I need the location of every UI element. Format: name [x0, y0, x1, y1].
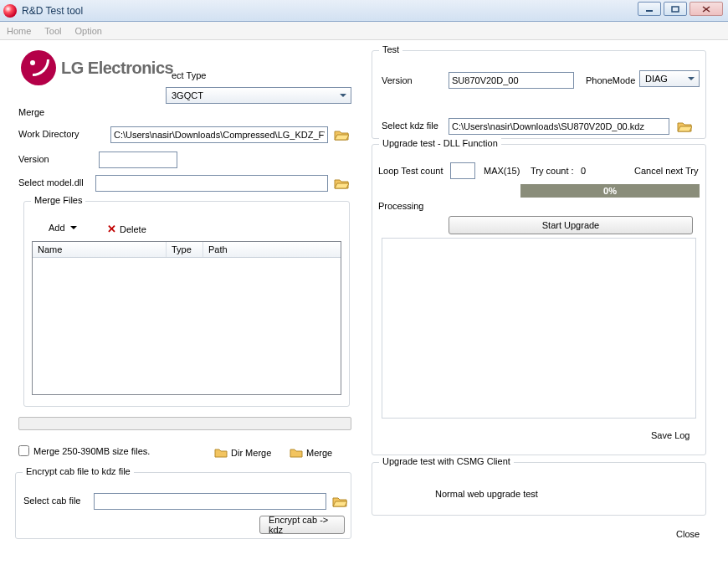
select-type-label: ect Type — [172, 70, 206, 80]
test-legend: Test — [379, 44, 402, 54]
mergefiles-legend: Merge Files — [31, 195, 85, 205]
try-label: Try count : — [531, 166, 574, 176]
encrypt-legend: Encrypt cab file to kdz file — [23, 466, 134, 476]
menubar: Home Tool Option — [0, 22, 728, 40]
csmg-group: Upgrade test with CSMG Client — [372, 462, 706, 516]
menu-home[interactable]: Home — [7, 26, 31, 36]
dir-merge-button[interactable]: Dir Merge — [214, 447, 271, 458]
logo-block: LG Electronics — [21, 50, 173, 85]
selkdz-input[interactable] — [449, 118, 669, 135]
save-log-button[interactable]: Save Log — [651, 430, 690, 440]
table-header: Name Type Path — [33, 242, 341, 258]
start-upgrade-button[interactable]: Start Upgrade — [449, 216, 693, 234]
select-type-combo[interactable]: 3GQCT — [166, 87, 351, 104]
version-input[interactable] — [99, 152, 177, 168]
merge-legend: Merge — [18, 107, 44, 117]
modeldll-label: Select model.dll — [18, 177, 84, 187]
delete-button[interactable]: ✕Delete — [107, 223, 146, 235]
close-window-button[interactable] — [690, 2, 723, 16]
table-body — [33, 258, 341, 392]
delete-x-icon: ✕ — [107, 223, 116, 235]
test-version-label: Version — [382, 75, 413, 85]
selkdz-browse-icon[interactable] — [676, 119, 693, 134]
col-name[interactable]: Name — [33, 242, 167, 257]
phonemode-label: PhoneMode — [586, 75, 635, 85]
titlebar: R&D Test tool — [0, 0, 728, 22]
merge-size-checkbox-label: Merge 250-390MB size files. — [33, 446, 150, 456]
encrypt-button[interactable]: Encrypt cab -> kdz — [259, 516, 345, 534]
merge-size-checkbox-input[interactable] — [18, 445, 29, 456]
minimize-button[interactable] — [638, 2, 661, 16]
workdir-label: Work Directory — [18, 129, 79, 139]
chevron-down-icon — [70, 226, 77, 233]
upgrade-progress: 0% — [520, 184, 700, 198]
app-icon — [3, 4, 17, 18]
selcab-label: Select cab file — [23, 496, 80, 506]
add-button[interactable]: Add — [49, 223, 77, 233]
log-area[interactable] — [382, 238, 696, 419]
phonemode-combo[interactable]: DIAG — [639, 70, 700, 87]
col-path[interactable]: Path — [203, 242, 341, 257]
svg-rect-1 — [672, 7, 679, 12]
upgrade-legend: Upgrade test - DLL Function — [379, 138, 501, 148]
lg-logo-icon — [21, 50, 56, 85]
merge-progress — [18, 417, 351, 430]
logo-text: LG Electronics — [61, 59, 173, 78]
merge-size-checkbox[interactable]: Merge 250-390MB size files. — [18, 445, 150, 456]
loop-input[interactable] — [450, 162, 475, 179]
select-type-value: 3GQCT — [172, 90, 203, 100]
test-version-input[interactable] — [449, 72, 574, 89]
selcab-input[interactable] — [94, 493, 326, 510]
folder-icon — [290, 447, 303, 458]
loop-label: Loop Test count — [378, 166, 443, 176]
close-button[interactable]: Close — [676, 529, 700, 539]
cancel-next-try[interactable]: Cancel next Try — [634, 166, 698, 176]
selkdz-label: Select kdz file — [382, 121, 438, 131]
col-type[interactable]: Type — [167, 242, 203, 257]
csmg-text: Normal web upgrade test — [435, 489, 538, 499]
workdir-browse-icon[interactable] — [333, 127, 350, 142]
selcab-browse-icon[interactable] — [331, 494, 348, 509]
workdir-input[interactable] — [110, 126, 328, 143]
modeldll-browse-icon[interactable] — [333, 176, 350, 191]
processing-label: Processing — [378, 201, 423, 211]
max-label: MAX(15) — [484, 166, 520, 176]
window-title: R&D Test tool — [22, 5, 83, 17]
mergefiles-table[interactable]: Name Type Path — [32, 241, 341, 395]
phonemode-value: DIAG — [645, 74, 668, 84]
modeldll-input[interactable] — [95, 175, 328, 192]
folder-icon — [214, 447, 228, 458]
maximize-button[interactable] — [664, 2, 687, 16]
merge-button[interactable]: Merge — [290, 447, 332, 458]
menu-tool[interactable]: Tool — [44, 26, 61, 36]
csmg-legend: Upgrade test with CSMG Client — [379, 456, 514, 466]
try-value: 0 — [581, 166, 586, 176]
version-label: Version — [18, 154, 49, 164]
menu-option[interactable]: Option — [75, 26, 102, 36]
